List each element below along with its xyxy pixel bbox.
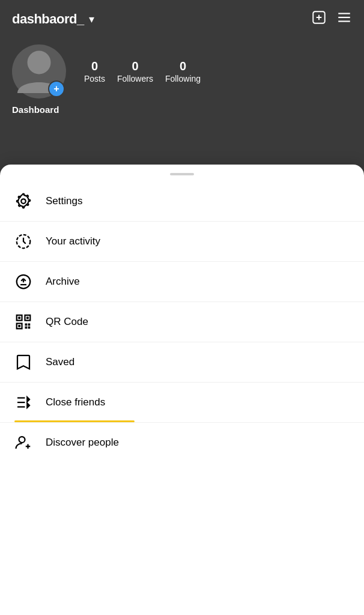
stats-row: 0 Posts 0 Followers 0 Following xyxy=(84,59,201,84)
your-activity-label: Your activity xyxy=(46,235,100,247)
qr-code-icon xyxy=(14,313,32,331)
close-friends-label: Close friends xyxy=(46,396,105,408)
svg-point-7 xyxy=(21,199,26,204)
header-area: dashbaord_ ▾ xyxy=(0,0,364,174)
followers-label: Followers xyxy=(117,74,153,83)
svg-rect-17 xyxy=(18,325,20,327)
avatar-wrapper: + xyxy=(12,44,66,98)
svg-rect-20 xyxy=(28,327,31,329)
stat-following: 0 Following xyxy=(165,59,201,84)
svg-rect-15 xyxy=(18,317,20,319)
menu-item-your-activity[interactable]: Your activity xyxy=(0,222,364,262)
app-title-group: dashbaord_ ▾ xyxy=(12,11,94,27)
svg-point-28 xyxy=(19,437,25,443)
top-bar: dashbaord_ ▾ xyxy=(0,0,364,38)
close-friends-icon xyxy=(14,393,32,411)
svg-rect-19 xyxy=(25,324,28,326)
svg-rect-16 xyxy=(26,317,29,319)
saved-icon xyxy=(14,353,32,371)
menu-list: Settings Your activity xyxy=(0,181,364,462)
archive-icon xyxy=(14,273,32,291)
add-post-button[interactable] xyxy=(311,10,327,29)
svg-rect-22 xyxy=(28,324,31,326)
close-friends-underline xyxy=(14,420,135,422)
posts-count: 0 xyxy=(84,59,105,73)
profile-section: + 0 Posts 0 Followers 0 Following xyxy=(0,38,364,111)
settings-icon xyxy=(14,192,32,210)
settings-label: Settings xyxy=(46,195,82,207)
posts-label: Posts xyxy=(84,74,105,83)
followers-count: 0 xyxy=(117,59,153,73)
top-bar-actions xyxy=(311,10,352,29)
activity-icon xyxy=(14,232,32,250)
archive-label: Archive xyxy=(46,276,80,288)
menu-item-settings[interactable]: Settings xyxy=(0,181,364,222)
stat-posts: 0 Posts xyxy=(84,59,105,84)
hamburger-menu-button[interactable] xyxy=(336,10,352,29)
following-count: 0 xyxy=(165,59,201,73)
menu-item-discover-people[interactable]: Discover people xyxy=(0,423,364,462)
svg-marker-27 xyxy=(27,403,29,408)
menu-item-close-friends[interactable]: Close friends xyxy=(0,383,364,423)
bottom-sheet: Settings Your activity xyxy=(0,165,364,615)
username: Dashboard xyxy=(0,105,364,115)
app-title: dashbaord_ xyxy=(12,11,84,27)
chevron-down-icon[interactable]: ▾ xyxy=(89,13,94,26)
discover-people-icon xyxy=(14,434,32,452)
menu-item-saved[interactable]: Saved xyxy=(0,342,364,383)
add-photo-button[interactable]: + xyxy=(48,80,65,97)
following-label: Following xyxy=(165,74,201,83)
saved-label: Saved xyxy=(46,356,74,368)
svg-point-6 xyxy=(28,51,51,74)
drag-handle[interactable] xyxy=(170,173,194,175)
svg-marker-26 xyxy=(27,397,29,402)
menu-item-qr-code[interactable]: QR Code xyxy=(0,302,364,342)
svg-rect-21 xyxy=(25,327,28,329)
discover-people-label: Discover people xyxy=(46,437,119,449)
qr-code-label: QR Code xyxy=(46,316,88,328)
stat-followers: 0 Followers xyxy=(117,59,153,84)
menu-item-archive[interactable]: Archive xyxy=(0,262,364,302)
